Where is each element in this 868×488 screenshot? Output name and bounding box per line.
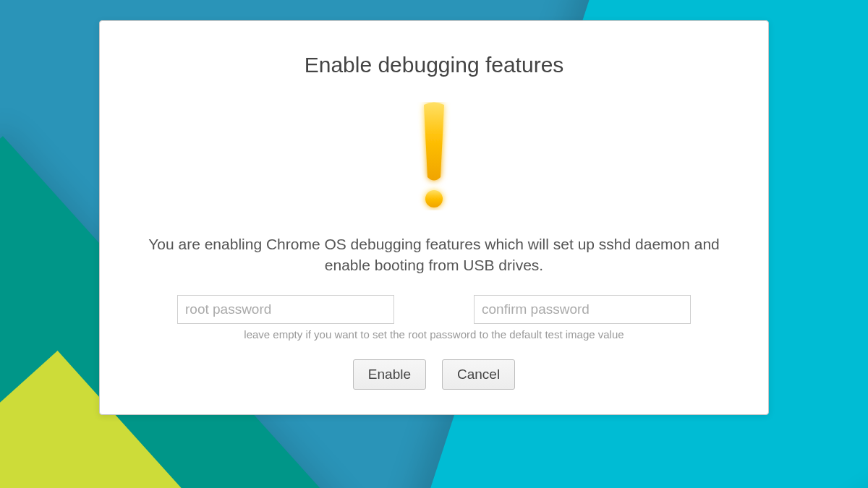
warning-icon [417,102,451,213]
enable-button[interactable]: Enable [353,359,426,390]
dialog-button-row: Enable Cancel [136,359,732,390]
dialog-description: You are enabling Chrome OS debugging fea… [136,234,732,276]
password-row [136,295,732,324]
password-hint: leave empty if you want to set the root … [136,328,732,341]
root-password-input[interactable] [177,295,394,324]
cancel-button[interactable]: Cancel [442,359,515,390]
dialog-title: Enable debugging features [136,53,732,77]
enable-debugging-dialog: Enable debugging features [99,20,769,415]
svg-point-0 [425,190,443,207]
confirm-password-input[interactable] [474,295,691,324]
